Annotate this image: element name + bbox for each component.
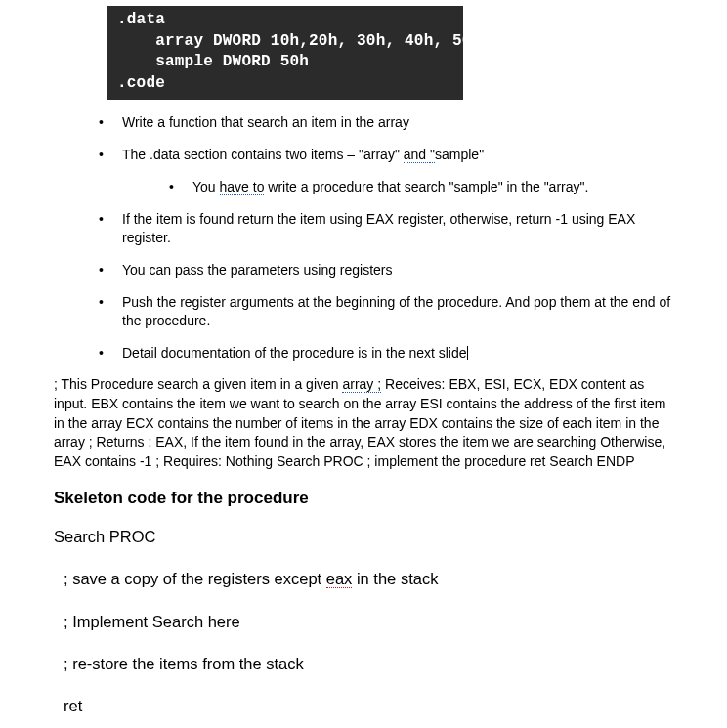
text-with-cursor: Detail documentation of the procedure is…	[122, 345, 468, 361]
text: If the item is found return the item usi…	[122, 211, 635, 245]
nested-list: You have to write a procedure that searc…	[122, 178, 673, 196]
code-line-1: .data	[117, 11, 165, 28]
list-item: The .data section contains two items – "…	[93, 146, 673, 196]
skeleton-heading: Skeleton code for the procedure	[54, 489, 673, 508]
text: Write a function that search an item in …	[122, 114, 409, 130]
instruction-list: Write a function that search an item in …	[54, 113, 673, 362]
skeleton-code-line: ; save a copy of the registers except ea…	[54, 568, 673, 590]
list-item: Write a function that search an item in …	[93, 113, 673, 132]
list-item: You can pass the parameters using regist…	[93, 261, 673, 279]
code-line-4: .code	[117, 74, 165, 92]
assembly-code-block: .data array DWORD 10h,20h, 30h, 40h, 50h…	[107, 6, 463, 100]
text: Returns : EAX, If the item found in the …	[54, 434, 665, 469]
text: ; save a copy of the registers except	[64, 570, 326, 587]
skeleton-code-line: ; re-store the items from the stack	[54, 653, 673, 675]
code-line-2: array DWORD 10h,20h, 30h, 40h, 50h	[117, 32, 481, 50]
skeleton-code-line: ret	[54, 695, 673, 717]
text: in the stack	[352, 570, 438, 587]
text: You	[192, 179, 220, 194]
text: ; This Procedure search a given item in …	[54, 376, 342, 392]
procedure-documentation: ; This Procedure search a given item in …	[54, 375, 673, 471]
text: You can pass the parameters using regist…	[122, 262, 393, 278]
text: Push the register arguments at the begin…	[122, 294, 670, 328]
text: sample	[435, 147, 479, 162]
spellcheck-text: eax	[326, 570, 353, 588]
proofed-text: array ;	[342, 376, 381, 393]
proofed-text: and	[404, 147, 430, 163]
skeleton-code-line: ; Implement Search here	[54, 611, 673, 633]
proofed-text: array ;	[54, 434, 93, 450]
list-item: If the item is found return the item usi…	[93, 210, 673, 247]
proofed-text: have to	[220, 179, 265, 195]
list-item: You have to write a procedure that searc…	[161, 178, 673, 196]
list-item: Push the register arguments at the begin…	[93, 293, 673, 330]
skeleton-code-line: Search PROC	[54, 526, 673, 548]
document-page: .data array DWORD 10h,20h, 30h, 40h, 50h…	[0, 0, 727, 728]
text: The .data section contains two items – "…	[122, 147, 404, 162]
code-line-3: sample DWORD 50h	[117, 53, 309, 70]
text: write a procedure that search "sample" i…	[264, 179, 588, 194]
list-item: Detail documentation of the procedure is…	[93, 344, 673, 363]
text: "	[479, 147, 484, 162]
